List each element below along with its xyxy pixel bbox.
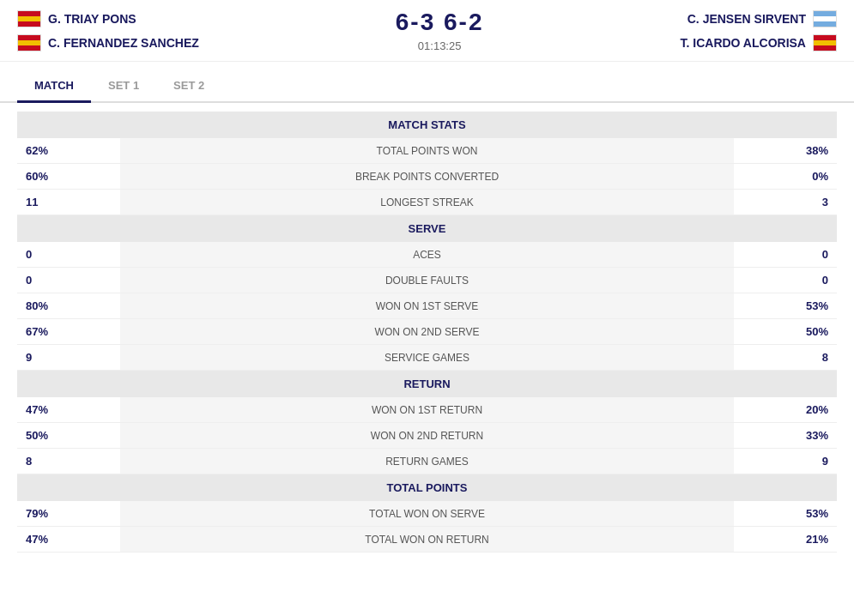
stat-row-won-1st-return: 47% WON ON 1ST RETURN 20% <box>17 397 837 423</box>
stats-container: MATCH STATS 62% TOTAL POINTS WON 38% 60%… <box>0 103 854 561</box>
tab-match[interactable]: MATCH <box>17 70 91 103</box>
stat-row-total-won-serve: 79% TOTAL WON ON SERVE 53% <box>17 501 837 527</box>
header-right-spacer <box>734 112 837 138</box>
stat-left-double-faults: 0 <box>17 268 120 293</box>
stat-left-total-won-serve: 79% <box>17 501 120 527</box>
player3-row: C. JENSEN SIRVENT <box>681 10 837 27</box>
stat-label-won-2nd-return: WON ON 2ND RETURN <box>120 423 734 449</box>
stat-left-aces: 0 <box>17 242 120 268</box>
stat-label-break-points: BREAK POINTS CONVERTED <box>120 164 734 190</box>
total-header-label: TOTAL POINTS <box>120 474 734 502</box>
stat-right-return-games: 9 <box>734 449 837 474</box>
total-header-left-spacer <box>17 474 120 502</box>
stat-row-total-points: 62% TOTAL POINTS WON 38% <box>17 138 837 164</box>
return-header-left-spacer <box>17 371 120 398</box>
match-time: 01:13:25 <box>396 39 484 52</box>
stat-right-won-2nd-return: 33% <box>734 423 837 449</box>
stat-label-total-points: TOTAL POINTS WON <box>120 138 734 164</box>
stat-label-return-games: RETURN GAMES <box>120 449 734 474</box>
header-left-spacer <box>17 112 120 138</box>
stat-left-won-2nd-serve: 67% <box>17 319 120 345</box>
stat-row-total-won-return: 47% TOTAL WON ON RETURN 21% <box>17 527 837 553</box>
return-header-right-spacer <box>734 371 837 398</box>
players-right: C. JENSEN SIRVENT T. ICARDO ALCORISA <box>681 10 837 51</box>
stat-label-total-won-serve: TOTAL WON ON SERVE <box>120 501 734 527</box>
tabs-bar: MATCH SET 1 SET 2 <box>0 70 854 103</box>
stat-label-double-faults: DOUBLE FAULTS <box>120 268 734 293</box>
serve-header-label: SERVE <box>120 215 734 243</box>
match-stats-header: MATCH STATS <box>120 112 734 138</box>
stat-left-won-2nd-return: 50% <box>17 423 120 449</box>
player1-row: G. TRIAY PONS <box>17 10 199 27</box>
stat-row-won-2nd-serve: 67% WON ON 2ND SERVE 50% <box>17 319 837 345</box>
player2-flag <box>17 34 41 51</box>
match-score: 6-3 6-2 <box>396 9 484 36</box>
stat-row-won-1st-serve: 80% WON ON 1ST SERVE 53% <box>17 293 837 319</box>
stat-row-break-points: 60% BREAK POINTS CONVERTED 0% <box>17 164 837 190</box>
stat-right-longest-streak: 3 <box>734 190 837 215</box>
player3-name: C. JENSEN SIRVENT <box>687 12 806 26</box>
stat-right-won-2nd-serve: 50% <box>734 319 837 345</box>
stats-table: MATCH STATS 62% TOTAL POINTS WON 38% 60%… <box>17 112 837 553</box>
stat-right-total-won-serve: 53% <box>734 501 837 527</box>
stat-left-longest-streak: 11 <box>17 190 120 215</box>
player1-flag <box>17 10 41 27</box>
total-header-row: TOTAL POINTS <box>17 474 837 502</box>
stat-left-won-1st-serve: 80% <box>17 293 120 319</box>
serve-header-row: SERVE <box>17 215 837 243</box>
stat-left-won-1st-return: 47% <box>17 397 120 423</box>
stat-left-total-points: 62% <box>17 138 120 164</box>
stat-right-aces: 0 <box>734 242 837 268</box>
overall-header-row: MATCH STATS <box>17 112 837 138</box>
return-header-row: RETURN <box>17 371 837 398</box>
serve-header-right-spacer <box>734 215 837 243</box>
stat-label-won-2nd-serve: WON ON 2ND SERVE <box>120 319 734 345</box>
stat-row-won-2nd-return: 50% WON ON 2ND RETURN 33% <box>17 423 837 449</box>
stat-label-longest-streak: LONGEST STREAK <box>120 190 734 215</box>
player4-name: T. ICARDO ALCORISA <box>681 36 806 50</box>
stat-label-total-won-return: TOTAL WON ON RETURN <box>120 527 734 553</box>
stat-left-total-won-return: 47% <box>17 527 120 553</box>
stat-row-service-games: 9 SERVICE GAMES 8 <box>17 345 837 371</box>
stat-label-won-1st-serve: WON ON 1ST SERVE <box>120 293 734 319</box>
stat-left-service-games: 9 <box>17 345 120 371</box>
stat-label-aces: ACES <box>120 242 734 268</box>
stat-right-double-faults: 0 <box>734 268 837 293</box>
stat-right-total-points: 38% <box>734 138 837 164</box>
return-header-label: RETURN <box>120 371 734 398</box>
tab-set2[interactable]: SET 2 <box>156 70 221 103</box>
players-left: G. TRIAY PONS C. FERNANDEZ SANCHEZ <box>17 10 199 51</box>
stat-row-longest-streak: 11 LONGEST STREAK 3 <box>17 190 837 215</box>
stat-label-won-1st-return: WON ON 1ST RETURN <box>120 397 734 423</box>
player2-name: C. FERNANDEZ SANCHEZ <box>48 36 199 50</box>
stat-right-break-points: 0% <box>734 164 837 190</box>
serve-header-left-spacer <box>17 215 120 243</box>
player3-flag <box>813 10 837 27</box>
stat-right-service-games: 8 <box>734 345 837 371</box>
stat-label-service-games: SERVICE GAMES <box>120 345 734 371</box>
player1-name: G. TRIAY PONS <box>48 12 136 26</box>
stat-row-return-games: 8 RETURN GAMES 9 <box>17 449 837 474</box>
tab-set1[interactable]: SET 1 <box>91 70 156 103</box>
player4-flag <box>813 34 837 51</box>
stat-left-break-points: 60% <box>17 164 120 190</box>
stat-left-return-games: 8 <box>17 449 120 474</box>
score-center: 6-3 6-2 01:13:25 <box>396 9 484 52</box>
stat-row-double-faults: 0 DOUBLE FAULTS 0 <box>17 268 837 293</box>
stat-right-won-1st-return: 20% <box>734 397 837 423</box>
player4-row: T. ICARDO ALCORISA <box>681 34 837 51</box>
stat-row-aces: 0 ACES 0 <box>17 242 837 268</box>
match-header: G. TRIAY PONS C. FERNANDEZ SANCHEZ 6-3 6… <box>0 0 854 62</box>
total-header-right-spacer <box>734 474 837 502</box>
player2-row: C. FERNANDEZ SANCHEZ <box>17 34 199 51</box>
stat-right-total-won-return: 21% <box>734 527 837 553</box>
stat-right-won-1st-serve: 53% <box>734 293 837 319</box>
